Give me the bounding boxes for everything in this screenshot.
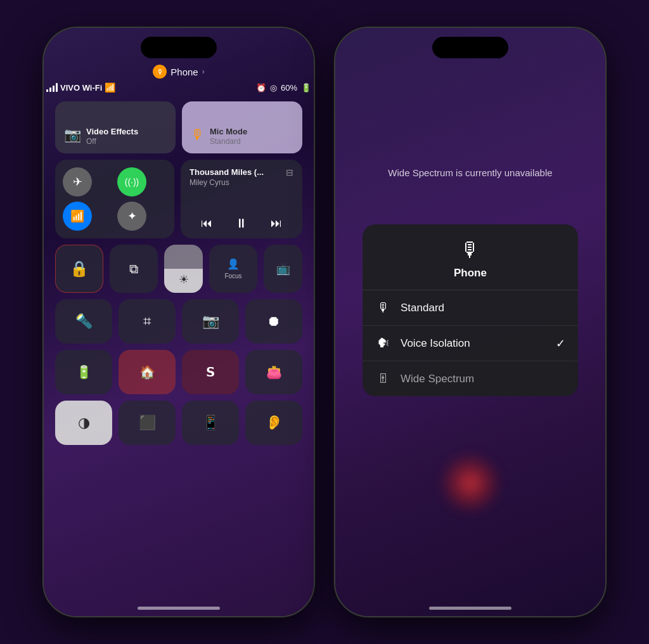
status-left: VIVO Wi-Fi 📶 <box>46 82 115 93</box>
accessibility-button[interactable]: ◑ <box>55 401 112 445</box>
top-tiles-row: 📷 Video Effects Off 🎙 Mic Mode Standard <box>55 101 302 153</box>
brightness-slider[interactable]: ☀ <box>164 245 203 293</box>
rotation-lock-button[interactable]: 🔒 <box>55 245 103 293</box>
wifi-icon: 📶 <box>105 82 115 93</box>
music-player[interactable]: Thousand Miles (... Miley Cyrus ⊟ ⏮ ⏸ ⏭ <box>181 160 302 238</box>
red-glow-effect <box>439 451 502 515</box>
appletv-button[interactable]: 📺 <box>264 245 302 293</box>
mic-large-icon: 🎙 <box>460 238 480 262</box>
row4: 🔦 ⌗ 📷 ⏺ <box>55 299 302 344</box>
wide-spectrum-label: Wide Spectrum <box>401 373 565 385</box>
music-info: Thousand Miles (... Miley Cyrus <box>190 167 264 187</box>
music-title: Thousand Miles (... <box>190 167 264 178</box>
video-effects-text: Video Effects Off <box>86 127 138 146</box>
music-header: Thousand Miles (... Miley Cyrus ⊟ <box>190 167 293 187</box>
pause-button[interactable]: ⏸ <box>235 216 248 231</box>
mic-mode-content: 🎙 Mic Mode Standard <box>191 127 293 146</box>
mic-mode-tile[interactable]: 🎙 Mic Mode Standard <box>182 101 302 153</box>
screen-record-button[interactable]: ⏺ <box>245 299 302 344</box>
mic-menu-header: 🎙 Phone <box>363 224 578 290</box>
focus-button[interactable]: 👤 Focus <box>209 245 257 293</box>
phone1-background: 🎙 Phone › VIVO Wi-Fi 📶 ⏰ ◎ 60% 🔋 <box>44 28 314 616</box>
video-effects-subtitle: Off <box>86 137 138 146</box>
camera-button[interactable]: 📷 <box>182 299 239 344</box>
home-indicator-2 <box>429 607 511 610</box>
airplane-mode-button[interactable]: ✈ <box>63 167 92 196</box>
connectivity-grid: ✈ ((·)) 📶 ✦ <box>55 160 174 238</box>
wide-spectrum-icon: 🎚 <box>375 371 392 386</box>
status-right: ⏰ ◎ 60% 🔋 <box>256 83 311 93</box>
voice-isolation-icon: 🗣 <box>375 336 392 351</box>
cellular-button[interactable]: ((·)) <box>117 167 146 196</box>
dynamic-island-2 <box>432 37 508 58</box>
mic-option-standard[interactable]: 🎙 Standard <box>363 290 578 326</box>
remote-button[interactable]: 📱 <box>182 401 239 445</box>
phone-label: Phone <box>170 67 198 77</box>
focus-label: Focus <box>224 273 241 280</box>
flashlight-button[interactable]: 🔦 <box>55 299 112 344</box>
battery-button[interactable]: 🔋 <box>55 350 112 394</box>
status-bar: VIVO Wi-Fi 📶 ⏰ ◎ 60% 🔋 <box>44 82 314 93</box>
music-artist: Miley Cyrus <box>190 178 264 187</box>
row3: 🔒 ⧉ ☀ 👤 Focus 📺 <box>55 245 302 293</box>
mid-row: ✈ ((·)) 📶 ✦ Thousand Miles (... Miley Cy… <box>55 160 302 238</box>
hearing-button[interactable]: 👂 <box>245 401 302 445</box>
row5: 🔋 🏠 𝗦 👛 <box>55 350 302 394</box>
mic-menu-title: Phone <box>454 267 487 280</box>
airplay-icon[interactable]: ⊟ <box>286 167 293 177</box>
forward-button[interactable]: ⏭ <box>271 217 282 230</box>
battery-icon: 🔋 <box>301 83 311 93</box>
location-icon: ◎ <box>270 83 277 93</box>
unavailable-text: Wide Spectrum is currently unavailable <box>363 167 577 178</box>
video-effects-title: Video Effects <box>86 127 138 137</box>
mic-mode-text: Mic Mode Standard <box>210 127 247 146</box>
focus-icon: 👤 <box>227 258 240 270</box>
brightness-icon: ☀ <box>179 273 189 287</box>
iphone-2: Wide Spectrum is currently unavailable 🎙… <box>334 27 607 617</box>
shazam-button[interactable]: 𝗦 <box>182 350 239 394</box>
mic-mode-icon: 🎙 <box>191 127 205 143</box>
video-effects-tile[interactable]: 📷 Video Effects Off <box>55 101 176 153</box>
row6: ◑ ⬛ 📱 👂 <box>55 401 302 445</box>
phone2-background: Wide Spectrum is currently unavailable 🎙… <box>335 28 605 616</box>
video-effects-content: 📷 Video Effects Off <box>64 127 167 146</box>
control-center-content: 📷 Video Effects Off 🎙 Mic Mode Standard <box>44 95 314 451</box>
rewind-button[interactable]: ⏮ <box>201 217 212 230</box>
dynamic-island-1 <box>141 37 217 58</box>
wifi-button[interactable]: 📶 <box>63 202 92 231</box>
standard-label: Standard <box>401 302 565 314</box>
standard-icon: 🎙 <box>375 300 392 315</box>
mic-option-wide-spectrum[interactable]: 🎚 Wide Spectrum <box>363 361 578 396</box>
mic-mode-subtitle: Standard <box>210 137 247 146</box>
phone-chevron: › <box>202 67 205 76</box>
mic-option-voice-isolation[interactable]: 🗣 Voice Isolation ✓ <box>363 326 578 361</box>
music-controls: ⏮ ⏸ ⏭ <box>190 216 293 231</box>
voice-isolation-label: Voice Isolation <box>401 337 547 350</box>
wallet-button[interactable]: 👛 <box>245 350 302 394</box>
bluetooth-button[interactable]: ✦ <box>117 202 146 231</box>
mic-mode-menu: 🎙 Phone 🎙 Standard 🗣 Voice Isolation ✓ 🎚… <box>363 224 578 396</box>
iphone-1: 🎙 Phone › VIVO Wi-Fi 📶 ⏰ ◎ 60% 🔋 <box>42 27 315 617</box>
appletv-icon: 📺 <box>276 262 290 276</box>
video-effects-icon: 📷 <box>64 127 81 143</box>
phone-icon: 🎙 <box>153 65 167 79</box>
alarm-icon: ⏰ <box>256 83 266 93</box>
calculator-button[interactable]: ⌗ <box>119 299 176 344</box>
screen-mirror-button[interactable]: ⧉ <box>110 245 158 293</box>
home-indicator-1 <box>138 607 220 610</box>
qrcode-button[interactable]: ⬛ <box>119 401 176 445</box>
home-button[interactable]: 🏠 <box>119 350 176 394</box>
mic-mode-title: Mic Mode <box>210 127 247 137</box>
battery-percent: 60% <box>281 83 297 93</box>
voice-isolation-checkmark: ✓ <box>556 337 565 351</box>
signal-bars-icon <box>46 83 58 92</box>
carrier-label: VIVO Wi-Fi <box>60 83 102 93</box>
